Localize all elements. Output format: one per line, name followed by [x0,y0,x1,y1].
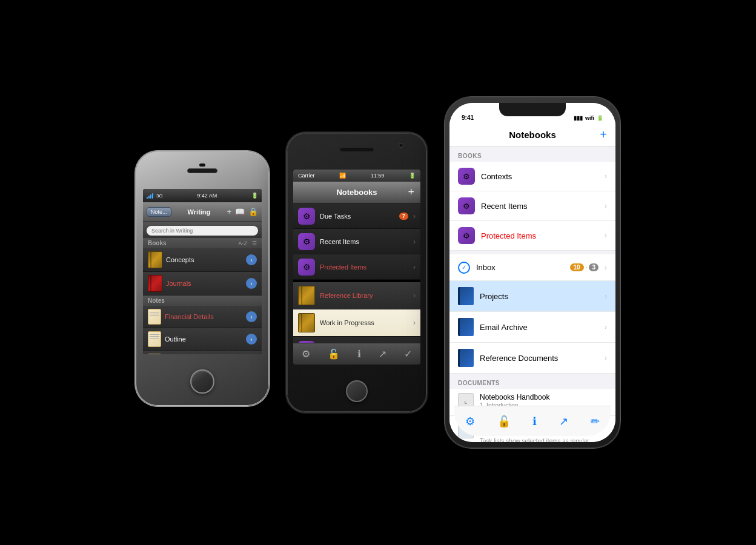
phone2-carrier: Carrier [298,173,315,179]
list-item-financial[interactable]: Financial Details › [143,306,262,328]
phone1-front-cam [199,164,205,167]
gear-icon-protected: ⚙ [458,227,475,244]
phone1-home-button[interactable] [190,369,214,394]
toolbar-settings-icon[interactable]: ⚙ [465,415,475,428]
phone2-battery-icon: 🔋 [409,173,416,179]
phone3: 9:41 ▮▮▮ wifi 🔋 Notebooks + BOOKS [445,97,620,448]
add-icon[interactable]: + [227,207,231,216]
phone1-back-button[interactable]: Note... [147,207,171,217]
toolbar-info-icon[interactable]: ℹ [532,415,537,428]
list-item-reference-lib[interactable]: Reference Library › [293,282,420,309]
checkmark-icon-inbox: ✓ [458,262,470,274]
phone1: 3G 9:42 AM 🔋 Note... Writing + 📖 🔒 [136,151,269,406]
email-text: Email Archive [480,323,598,332]
chevron-outline: › [246,334,257,345]
docs-section-label: DOCUMENTS [458,380,500,386]
list-item-concepts[interactable]: Concepts › [143,248,262,272]
phone3-books-section: BOOKS [449,147,615,162]
phone2: Carrier 📶 11:59 🔋 Notebooks + ⚙ Due Task… [287,133,426,412]
search-input[interactable] [147,226,258,236]
phone3-add-button[interactable]: + [600,128,607,142]
book-nav-icon[interactable]: 📖 [235,207,245,216]
phone2-nav-bar: Notebooks + [293,182,420,203]
recent-text: Recent Items [481,202,598,211]
list-item-email-archive[interactable]: Email Archive › [449,312,615,343]
reference-chevron: › [413,291,416,300]
book-icon-email [458,318,474,336]
item-concepts-label: Concepts [166,256,242,263]
ref-chevron: › [605,354,607,362]
phone2-cam [399,143,403,148]
book-icon-reference [298,286,315,305]
toolbar-lock-icon[interactable]: 🔓 [328,348,340,360]
projects-label: Projects [480,292,598,301]
due-tasks-badge: 7 [399,213,408,220]
phone2-toolbar: ⚙ 🔓 ℹ ↗ ✓ [293,343,420,365]
books-section-label: BOOKS [458,153,482,159]
list-item-due-tasks[interactable]: ⚙ Due Tasks 7 › [293,203,420,229]
gear-icon-recent: ⚙ [458,197,475,214]
scene: 3G 9:42 AM 🔋 Note... Writing + 📖 🔒 [124,85,632,460]
toolbar-check-icon[interactable]: ✓ [404,348,412,360]
recent-label: Recent Items [481,202,598,211]
toolbar-lock-icon[interactable]: 🔓 [497,415,511,428]
gear-icon-recent: ⚙ [298,233,315,250]
list-item-projects[interactable]: Projects › [449,281,615,312]
phone2-wifi-icon: 📶 [339,173,346,179]
phone3-time: 9:41 [462,114,474,121]
book-icon-projects [458,287,474,305]
signal-bar-1 [147,197,148,199]
phone3-status-right: ▮▮▮ wifi 🔋 [574,115,603,121]
list-item-recent-items[interactable]: ⚙ Recent Items › [449,191,615,221]
reference-lib-label: Reference Library [320,292,408,299]
list-item-recent[interactable]: ⚙ Recent Items › [293,229,420,254]
list-item-journals[interactable]: Journals › [143,272,262,296]
email-label: Email Archive [480,323,598,332]
toolbar-settings-icon[interactable]: ⚙ [302,348,310,360]
list-item-outline[interactable]: Outline › [143,328,262,351]
phone2-time: 11:59 [371,173,385,179]
projects-text: Projects [480,292,598,301]
note-icon-todo [148,354,161,354]
inbox-text: Inbox [476,263,564,272]
chevron-journals: › [246,278,257,289]
inbox-chevron: › [605,263,607,272]
sort-az[interactable]: A-Z [239,240,248,246]
sort-list-icon[interactable]: ☰ [252,240,257,246]
inbox-badge2: 3 [589,263,598,271]
phone1-nav-icons: + 📖 🔒 [227,207,258,216]
list-item-protected-items[interactable]: ⚙ Protected Items › [449,221,615,251]
toolbar-info-icon[interactable]: ℹ [357,348,361,360]
inbox-label: Inbox [476,263,564,272]
list-item-ref-docs[interactable]: Reference Documents › [449,343,615,374]
phone1-status-bar: 3G 9:42 AM 🔋 [143,189,262,202]
badge-dot: · [586,264,588,271]
signal-bar-4 [152,193,153,199]
phone2-home-button[interactable] [346,380,368,402]
toolbar-share-icon[interactable]: ↗ [559,415,568,428]
toolbar-share-icon[interactable]: ↗ [379,348,386,360]
recent-chevron: › [413,237,416,246]
phone1-speaker [187,168,217,173]
phone1-search-bar [143,222,262,238]
lock-icon[interactable]: 🔒 [248,207,258,216]
toolbar-edit-icon[interactable]: ✏ [591,415,600,428]
list-item-todo[interactable]: Todo › [143,351,262,354]
signal-icon: ▮▮▮ [574,115,583,121]
phone2-add-button[interactable]: + [408,186,414,199]
list-item-contexts[interactable]: ⚙ Contexts › [449,162,615,191]
phone2-speaker [340,148,374,151]
note-icon-financial [148,309,161,325]
protected-label: Protected Items [320,263,408,271]
list-item-inbox[interactable]: ✓ Inbox 10 · 3 › [449,254,615,281]
list-item-work[interactable]: Work in Progresss › [293,309,420,337]
phone1-nav-bar: Note... Writing + 📖 🔒 [143,202,262,222]
combine-sub: Task lists show selected items as regula… [480,438,607,442]
phone3-body: 9:41 ▮▮▮ wifi 🔋 Notebooks + BOOKS [445,97,620,448]
list-item-protected[interactable]: ⚙ Protected Items › [293,254,420,280]
phone3-screen: 9:41 ▮▮▮ wifi 🔋 Notebooks + BOOKS [449,103,615,442]
phone1-time: 9:42 AM [197,193,217,199]
item-financial-label: Financial Details [165,313,242,320]
phone1-carrier: 3G [156,193,163,199]
phone2-screen: Carrier 📶 11:59 🔋 Notebooks + ⚙ Due Task… [293,170,420,365]
